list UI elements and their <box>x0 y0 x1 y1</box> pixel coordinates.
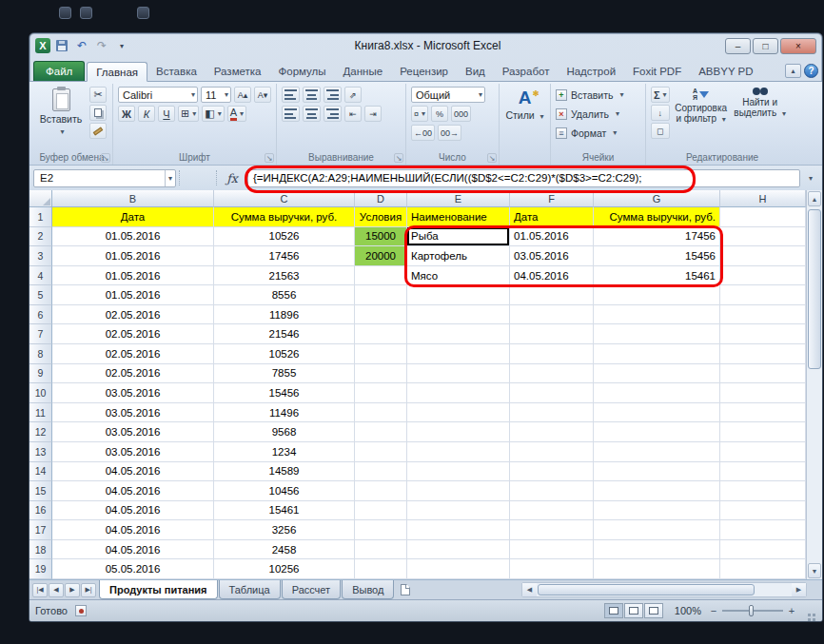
cell-E14[interactable] <box>407 462 510 482</box>
cell-G4[interactable]: 15461 <box>594 266 720 286</box>
cell-D18[interactable] <box>355 540 407 560</box>
column-header-C[interactable]: C <box>214 190 355 207</box>
cell-G10[interactable] <box>594 383 720 403</box>
cell-F5[interactable] <box>510 285 594 305</box>
cell-D8[interactable] <box>355 344 407 364</box>
cell-F6[interactable] <box>510 305 594 325</box>
cell-B3[interactable]: 01.05.2016 <box>52 246 214 266</box>
cell-E10[interactable] <box>407 383 510 403</box>
cell-F14[interactable] <box>510 462 594 482</box>
cell-D9[interactable] <box>355 364 407 384</box>
cell-G14[interactable] <box>594 462 720 482</box>
cell-B17[interactable]: 04.05.2016 <box>52 520 214 540</box>
cell-D6[interactable] <box>355 305 407 325</box>
align-center-button[interactable] <box>303 106 321 122</box>
row-header-10[interactable]: 10 <box>29 383 52 403</box>
copy-button[interactable] <box>89 105 107 121</box>
row-header-12[interactable]: 12 <box>29 422 52 442</box>
number-format-select[interactable]: Общий▾ <box>411 87 485 103</box>
cell-G5[interactable] <box>594 285 720 305</box>
cell-G18[interactable] <box>594 540 720 560</box>
cell-C11[interactable]: 11496 <box>214 403 355 423</box>
minimize-button[interactable]: – <box>725 38 751 54</box>
grow-font-button[interactable]: А▴ <box>234 87 251 103</box>
cell-B6[interactable]: 02.05.2016 <box>52 305 214 325</box>
align-top-button[interactable] <box>282 87 300 103</box>
cell-C6[interactable]: 11896 <box>214 305 355 325</box>
column-header-B[interactable]: B <box>52 190 214 207</box>
cell-E11[interactable] <box>407 403 510 423</box>
quick-access-dropdown[interactable]: ▾ <box>113 38 130 54</box>
cell-H11[interactable] <box>720 403 806 423</box>
cell-D19[interactable] <box>355 559 407 579</box>
alignment-dialog-launcher[interactable]: ↘ <box>394 153 403 163</box>
cell-H3[interactable] <box>720 246 806 266</box>
row-header-16[interactable]: 16 <box>29 501 52 521</box>
maximize-button[interactable]: □ <box>753 38 778 54</box>
cell-D5[interactable] <box>355 285 407 305</box>
cell-H7[interactable] <box>720 324 806 344</box>
cell-G1[interactable]: Сумма выручки, руб. <box>594 207 720 227</box>
ribbon-tab-рецензир[interactable]: Рецензир <box>391 61 457 81</box>
sheet-tab-таблица[interactable]: Таблица <box>219 580 281 599</box>
row-header-19[interactable]: 19 <box>29 559 52 579</box>
cell-E2[interactable]: Рыба <box>407 227 510 247</box>
cell-C14[interactable]: 14589 <box>214 462 355 482</box>
cell-F9[interactable] <box>510 364 594 384</box>
sheet-tab-рассчет[interactable]: Рассчет <box>282 580 342 599</box>
cell-C16[interactable]: 15461 <box>214 501 355 521</box>
cell-H10[interactable] <box>720 383 806 403</box>
next-sheet-button[interactable]: ▶ <box>65 583 80 597</box>
cell-D10[interactable] <box>355 383 407 403</box>
cell-E6[interactable] <box>407 305 510 325</box>
cell-F15[interactable] <box>510 481 594 501</box>
cell-G19[interactable] <box>594 559 720 579</box>
bold-button[interactable]: Ж <box>118 106 135 122</box>
cell-C10[interactable]: 15456 <box>214 383 355 403</box>
comma-style-button[interactable]: 000 <box>451 106 471 122</box>
cell-H16[interactable] <box>720 501 806 521</box>
insert-sheet-button[interactable] <box>395 580 416 599</box>
cell-G13[interactable] <box>594 442 720 462</box>
formula-bar-expand[interactable]: ▾ <box>803 174 818 183</box>
name-box-dropdown[interactable]: ▾ <box>165 170 175 186</box>
cell-B9[interactable]: 02.05.2016 <box>52 364 214 384</box>
font-name-select[interactable]: Calibri▾ <box>118 87 198 103</box>
column-header-E[interactable]: E <box>407 190 510 207</box>
row-header-9[interactable]: 9 <box>29 364 52 384</box>
cell-E18[interactable] <box>407 540 510 560</box>
cell-G11[interactable] <box>594 403 720 423</box>
paste-button[interactable]: Вставить ▾ <box>36 87 86 149</box>
macro-record-icon[interactable] <box>75 605 87 616</box>
cell-H5[interactable] <box>720 285 806 305</box>
cell-C5[interactable]: 8556 <box>214 285 355 305</box>
accounting-format-button[interactable]: ¤▾ <box>411 106 428 122</box>
cell-G6[interactable] <box>594 305 720 325</box>
cell-G2[interactable]: 17456 <box>594 227 720 247</box>
vertical-scrollbar[interactable]: ▲ ▼ <box>806 190 822 579</box>
cell-B11[interactable]: 03.05.2016 <box>52 403 214 423</box>
cell-F1[interactable]: Дата <box>510 207 594 227</box>
clipboard-dialog-launcher[interactable]: ↘ <box>101 153 110 163</box>
align-middle-button[interactable] <box>303 87 321 103</box>
row-header-13[interactable]: 13 <box>29 442 52 462</box>
cell-E9[interactable] <box>407 364 510 384</box>
cell-F8[interactable] <box>510 344 594 364</box>
cell-E3[interactable]: Картофель <box>407 246 510 266</box>
sort-filter-button[interactable]: А Я Сортировка и фильтр ▾ <box>674 87 729 149</box>
cell-B10[interactable]: 03.05.2016 <box>52 383 214 403</box>
cell-F12[interactable] <box>510 422 594 442</box>
cells-delete-button[interactable]: ×Удалить▾ <box>556 106 640 122</box>
cell-F13[interactable] <box>510 442 594 462</box>
cell-D14[interactable] <box>355 462 407 482</box>
cell-B19[interactable]: 05.05.2016 <box>52 559 214 579</box>
row-header-4[interactable]: 4 <box>29 266 52 286</box>
increase-indent-button[interactable]: ⇥ <box>364 106 382 122</box>
cell-H12[interactable] <box>720 422 806 442</box>
cell-F7[interactable] <box>510 324 594 344</box>
name-box[interactable]: E2 ▾ <box>33 169 176 187</box>
ribbon-tab-foxit-pdf[interactable]: Foxit PDF <box>624 61 690 81</box>
cell-C4[interactable]: 21563 <box>214 266 355 286</box>
row-header-1[interactable]: 1 <box>29 207 52 227</box>
autosum-button[interactable]: Σ▾ <box>651 87 670 103</box>
